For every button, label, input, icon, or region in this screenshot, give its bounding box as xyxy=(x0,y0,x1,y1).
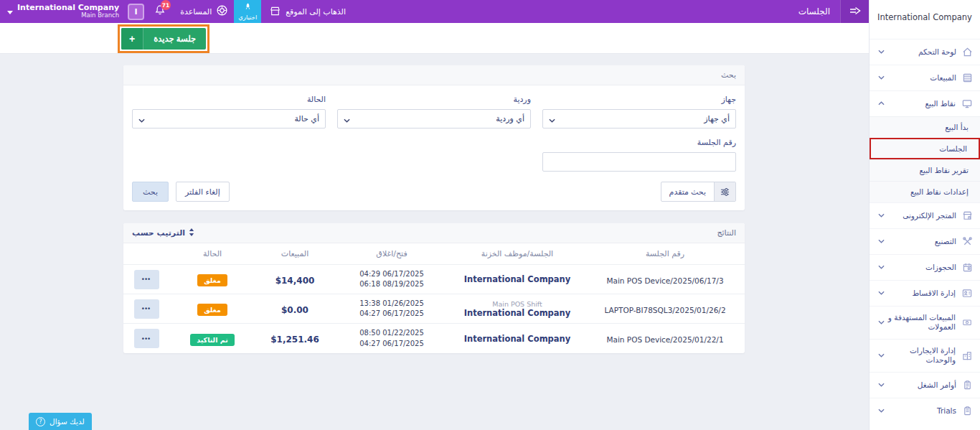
column-header-2: فتح/اغلاق xyxy=(334,248,449,260)
results-panel-header: النتائج الترتيب حسب xyxy=(123,223,745,243)
actions-cell: ••• xyxy=(123,327,169,350)
sidebar: International Company لوحة التحكمالمبيعا… xyxy=(869,0,980,430)
row-actions-button[interactable]: ••• xyxy=(134,329,159,348)
sidebar-item-label: التصنيع xyxy=(935,237,956,247)
trials-icon xyxy=(962,406,973,416)
open-close-cell: 04:29 06/17/202506:18 08/19/2025 xyxy=(334,268,449,291)
manufacturing-icon xyxy=(962,236,973,247)
column-header-4: الحالة xyxy=(169,248,255,260)
session-number-label: رقم الجلسة xyxy=(132,138,736,147)
advanced-search-button[interactable]: بحث متقدم xyxy=(661,182,736,202)
sidebar-subitem-4-active[interactable]: الجلسات xyxy=(870,138,980,159)
notifications-button[interactable]: 71 xyxy=(154,4,166,19)
go-to-site-label: الذهاب إلى الموقع xyxy=(286,7,346,17)
column-header-0: رقم الجلسة xyxy=(585,248,745,260)
go-to-site-button[interactable]: الذهاب إلى الموقع xyxy=(270,5,346,19)
sidebar-item-14[interactable]: Trials xyxy=(870,398,980,424)
main-content: بحث جهاز أي جهاز وردية xyxy=(0,54,869,430)
rocket-icon xyxy=(244,2,252,13)
results-panel: النتائج الترتيب حسب رقم الجلسةالجلسة/موظ… xyxy=(123,223,745,353)
sidebar-item-11[interactable]: المبيعات المستهدفة و العمولات xyxy=(870,306,980,339)
pos-icon xyxy=(961,98,973,109)
status-label: الحالة xyxy=(132,95,326,104)
open-close-cell: 13:38 01/26/202504:27 06/17/2025 xyxy=(334,297,449,321)
chevron-down-icon xyxy=(878,265,885,269)
table-row-0: Main POS Device/2025/06/17/3Internationa… xyxy=(123,265,745,294)
sidebar-item-1[interactable]: المبيعات xyxy=(870,65,980,90)
sidebar-item-label: المبيعات المستهدفة و العمولات xyxy=(885,313,956,332)
page-title: الجلسات xyxy=(788,6,840,17)
help-button[interactable]: المساعدة xyxy=(180,4,228,19)
search-panel-title: بحث xyxy=(721,70,736,80)
new-session-button[interactable]: جلسة جديدة + xyxy=(121,28,206,50)
clear-filter-button[interactable]: إلغاء الفلتر xyxy=(176,182,230,202)
device-select-value: أي جهاز xyxy=(704,114,730,123)
row-actions-button[interactable]: ••• xyxy=(134,299,159,319)
sidebar-item-13[interactable]: أوامر الشغل xyxy=(870,372,980,398)
avatar[interactable]: I xyxy=(128,4,144,20)
sort-by-label: الترتيب حسب xyxy=(132,228,185,238)
commissions-icon xyxy=(961,317,973,327)
chevron-up-icon xyxy=(878,101,885,106)
topbar-branch-name: Main Branch xyxy=(81,12,119,19)
question-circle-icon: ? xyxy=(36,417,45,426)
cashier-cell: International Company xyxy=(449,332,585,345)
reservations-icon xyxy=(962,262,973,273)
toolbar-strip: جلسة جديدة + xyxy=(0,23,869,54)
sales-icon xyxy=(962,73,973,83)
shift-label: وردية xyxy=(337,95,531,104)
sidebar-item-label: إدارة الايجارات والوحدات xyxy=(885,346,956,365)
column-header-1: الجلسة/موظف الخزنة xyxy=(449,248,585,260)
annotation-orange-box: جلسة جديدة + xyxy=(118,24,209,53)
table-header-row: رقم الجلسةالجلسة/موظف الخزنةفتح/اغلاقالم… xyxy=(123,243,745,265)
cashier-cell: Main POS ShiftInternational Company xyxy=(449,299,585,319)
session-number-cell: LAPTOP-BI78SQL3/2025/01/26/2 xyxy=(585,301,745,317)
advanced-search-label: بحث متقدم xyxy=(661,187,714,197)
search-button[interactable]: بحث xyxy=(132,182,169,202)
sidebar-subitem-5[interactable]: تقرير نقاط البيع xyxy=(870,159,980,181)
sort-by-button[interactable]: الترتيب حسب xyxy=(132,228,194,238)
table-row-2: Main POS Device/2025/01/22/1Internationa… xyxy=(123,324,745,353)
sidebar-subitem-label: بدأ البيع xyxy=(945,123,969,131)
sidebar-subitem-label: إعدادات نقاط البيع xyxy=(910,187,969,196)
row-actions-button[interactable]: ••• xyxy=(134,270,159,289)
search-panel-header: بحث xyxy=(123,65,745,85)
sidebar-item-12[interactable]: إدارة الايجارات والوحدات xyxy=(870,339,980,372)
trial-button[interactable]: اختياري xyxy=(234,0,261,23)
sales-cell: $0.00 xyxy=(255,301,334,317)
sidebar-item-0[interactable]: لوحة التحكم xyxy=(870,39,980,65)
status-cell: مغلق xyxy=(169,271,255,288)
status-select-value: أي حالة xyxy=(294,114,319,123)
column-header-5 xyxy=(123,253,169,256)
app-screen: International Company Main Branch I 71 ا… xyxy=(0,0,980,430)
actions-cell: ••• xyxy=(123,298,169,320)
session-number-input[interactable] xyxy=(542,152,736,172)
sidebar-item-label: Trials xyxy=(937,406,956,416)
sidebar-collapse-button[interactable] xyxy=(840,0,869,23)
sidebar-item-7[interactable]: المتجر الإلكترونى xyxy=(870,202,980,228)
results-panel-title: النتائج xyxy=(717,228,736,238)
notification-count-badge: 71 xyxy=(161,0,171,10)
have-a-question-button[interactable]: لديك سؤال ? xyxy=(29,413,92,430)
sidebar-item-8[interactable]: التصنيع xyxy=(870,228,980,254)
status-badge: مغلق xyxy=(197,274,227,286)
device-select[interactable]: أي جهاز xyxy=(542,109,736,128)
question-button-label: لديك سؤال xyxy=(50,417,85,426)
sidebar-item-9[interactable]: الحجوزات xyxy=(870,254,980,280)
sidebar-item-2[interactable]: نقاط البيع xyxy=(870,90,980,116)
sidebar-item-10[interactable]: إدارة الاقساط xyxy=(870,280,980,306)
rentals-icon xyxy=(961,350,973,361)
status-select[interactable]: أي حالة xyxy=(132,109,326,128)
company-selector-dropdown[interactable]: International Company Main Branch xyxy=(0,0,126,23)
store-icon xyxy=(962,210,973,221)
sort-arrows-icon xyxy=(189,228,194,238)
sidebar-subitem-6[interactable]: إعدادات نقاط البيع xyxy=(870,181,980,202)
storefront-icon xyxy=(270,5,281,19)
table-row-1: LAPTOP-BI78SQL3/2025/01/26/2Main POS Shi… xyxy=(123,294,745,324)
work-orders-icon xyxy=(962,380,973,391)
home-icon xyxy=(962,47,973,57)
caret-down-icon xyxy=(7,11,13,14)
sidebar-subitem-3[interactable]: بدأ البيع xyxy=(870,116,980,138)
status-cell: تم التاكيد xyxy=(169,330,255,347)
shift-select[interactable]: أي وردية xyxy=(337,109,531,128)
